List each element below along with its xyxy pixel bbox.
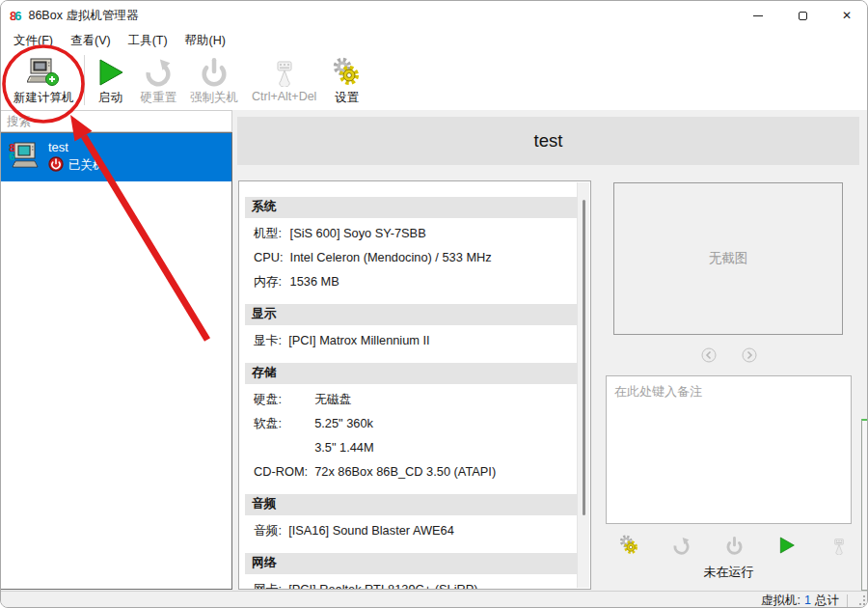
force-shutdown-label: 强制关机 [190,90,238,106]
toolbar: 新建计算机 启动 硬重置 强制关 [1,51,868,110]
row-value: 72x 86Box 86B_CD 3.50 (ATAPI) [314,459,577,484]
gears-icon [331,56,362,89]
row-value: 1536 MB [290,269,577,293]
settings-button[interactable]: 设置 [323,53,369,108]
reset-icon [144,56,173,89]
prev-screenshot-button[interactable] [698,345,719,366]
section-header-system: 系统 [245,197,577,218]
notes-textarea[interactable] [606,375,852,524]
row-value: Intel Celeron (Mendocino) / 533 MHz [290,245,577,269]
row-label: 硬盘: [254,387,308,411]
app-logo-86box-icon: 86 [10,9,20,23]
row-label [254,435,308,459]
start-label: 启动 [98,90,122,106]
section-header-display: 显示 [245,304,577,325]
window-title: 86Box 虚拟机管理器 [28,8,138,24]
row-value: 5.25" 360k [314,411,577,435]
row-label: 内存: [254,269,284,293]
statusbar-count: 1 [804,594,811,607]
vm-list-item[interactable]: 8 6 test 已关机 [1,133,231,181]
menu-tools[interactable]: 工具(T) [120,31,176,51]
new-machine-icon [27,56,60,89]
section-header-storage: 存储 [245,363,577,384]
vm-computer-icon: 8 6 [9,140,41,176]
details-panel: 系统 机型:[SiS 600] Soyo SY-7SBB CPU:Intel C… [238,180,591,590]
section-rows-system: 机型:[SiS 600] Soyo SY-7SBB CPU:Intel Cele… [245,221,577,293]
minimize-icon [753,15,763,16]
power-icon [200,56,229,89]
maximize-icon [799,12,807,20]
new-machine-label: 新建计算机 [14,90,74,106]
vm-run-state: 未在运行 [606,564,852,581]
play-icon [96,56,125,89]
hard-reset-label: 硬重置 [141,90,177,106]
statusbar-separator [847,594,848,607]
row-label: 音频: [254,518,282,542]
row-value: [SiS 600] Soyo SY-7SBB [290,221,577,245]
details-scrollbar-thumb[interactable] [583,200,585,515]
vm-settings-button[interactable] [618,535,639,556]
statusbar: 虚拟机: 1 总计 [1,591,868,608]
screenshot-box: 无截图 [613,182,843,335]
menu-file[interactable]: 文件(F) [5,31,62,51]
start-button[interactable]: 启动 [88,53,134,108]
vm-status-text: 已关机 [68,157,105,174]
section-rows-audio: 音频:[ISA16] Sound Blaster AWE64 [245,518,577,542]
minimize-button[interactable] [736,1,780,30]
row-label: 网卡: [254,577,282,590]
next-screenshot-button[interactable] [739,345,760,366]
ctrl-alt-del-button[interactable]: Ctrl+Alt+Del [245,53,323,105]
maximize-button[interactable] [780,1,825,30]
vm-list: 8 6 test 已关机 [1,132,232,590]
row-label: CD-ROM: [254,459,308,484]
row-value: 无磁盘 [314,387,577,411]
row-label: 显卡: [254,328,282,352]
svg-text:6: 6 [9,152,15,162]
menu-view[interactable]: 查看(V) [62,31,120,51]
vm-hard-reset-button[interactable] [671,535,692,556]
new-machine-button[interactable]: 新建计算机 [7,53,81,108]
power-off-badge-icon [48,156,64,175]
close-button[interactable]: ✕ [825,1,868,30]
row-value: [ISA16] Sound Blaster AWE64 [288,518,577,542]
row-label: 软盘: [254,411,308,435]
statusbar-suffix: 总计 [815,593,839,608]
app-window: 86 86Box 虚拟机管理器 ✕ 文件(F) 查看(V) 工具(T) 帮助(H… [0,0,868,608]
screenshot-nav [606,345,852,366]
section-rows-display: 显卡:[PCI] Matrox Millennium II [245,328,577,352]
toolbar-separator [84,55,85,105]
section-header-audio: 音频 [245,494,577,515]
keyboard-icon [269,56,300,89]
vm-title-band: test [237,117,859,165]
row-value: [PCI] Realtek RTL8139C+ (SLiRP) [288,577,577,590]
titlebar: 86 86Box 虚拟机管理器 ✕ [1,1,868,30]
row-value: [PCI] Matrox Millennium II [288,328,577,352]
section-header-network: 网络 [245,553,577,574]
vm-start-button[interactable] [776,535,798,556]
vm-action-row [618,535,850,556]
menu-help[interactable]: 帮助(H) [176,31,234,51]
hard-reset-button[interactable]: 硬重置 [134,53,184,108]
section-rows-network: 网卡:[PCI] Realtek RTL8139C+ (SLiRP) [245,577,577,590]
search-input[interactable] [1,110,232,132]
row-label: CPU: [254,245,284,269]
menubar: 文件(F) 查看(V) 工具(T) 帮助(H) [1,30,868,51]
row-value: 3.5" 1.44M [314,435,577,459]
ctrl-alt-del-label: Ctrl+Alt+Del [252,90,316,103]
vm-force-shutdown-button[interactable] [723,535,745,556]
vm-name: test [48,140,105,154]
details-scrollbar[interactable] [577,182,589,588]
section-rows-storage: 硬盘:无磁盘 软盘:5.25" 360k 3.5" 1.44M CD-ROM:7… [245,387,577,484]
force-shutdown-button[interactable]: 强制关机 [183,53,245,108]
statusbar-label: 虚拟机: [761,593,800,608]
settings-label: 设置 [335,90,359,106]
resize-grip[interactable] [854,594,867,607]
row-label: 机型: [254,221,284,245]
vm-ctrl-alt-del-button[interactable] [828,535,850,556]
right-edge-scrollbar[interactable] [861,419,868,591]
